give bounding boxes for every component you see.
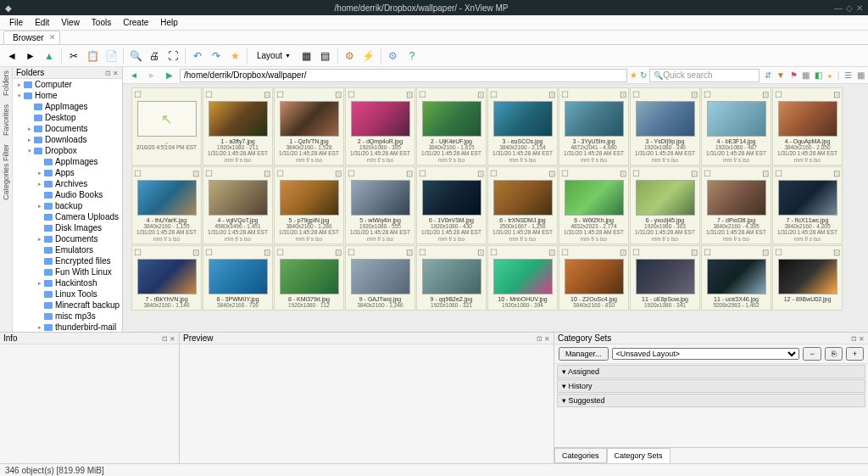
quick-search[interactable]: 🔍 Quick search bbox=[649, 69, 760, 82]
rail-categories-filter[interactable]: Categories Filter bbox=[2, 144, 10, 200]
menu-tools[interactable]: Tools bbox=[86, 18, 117, 27]
tree-computer[interactable]: ▸Computer bbox=[13, 79, 122, 90]
parent-folder[interactable]: ☐↖..2/16/20 4:53:04 PM EST bbox=[131, 87, 202, 165]
thumb-size-icon[interactable]: ◧ bbox=[815, 70, 822, 80]
thumb-item[interactable]: ☐⊡4 - bE3F14.jpg1920x1080 - 4871/31/20 1… bbox=[701, 87, 771, 165]
tree-minecraft-backup[interactable]: Minecraft backup bbox=[13, 300, 122, 311]
tree-appimages[interactable]: AppImages bbox=[13, 101, 122, 112]
back-icon[interactable]: ◄ bbox=[3, 48, 20, 64]
thumb-item[interactable]: ☐⊡5 - wIWq4In.jpg1920x1080 - 5551/31/20 … bbox=[345, 166, 415, 244]
tab-close-icon[interactable]: ✕ bbox=[49, 33, 56, 42]
fav-icon[interactable]: ★ bbox=[630, 70, 637, 80]
rail-folders[interactable]: Folders bbox=[2, 70, 10, 96]
tree-downloads[interactable]: ▸Downloads bbox=[13, 134, 122, 145]
thumb-item[interactable]: ☐⊡7 - rBkYhVN.jpg3840x2160 - 1,146 bbox=[131, 245, 202, 311]
tree-apps[interactable]: ▸Apps bbox=[13, 167, 122, 178]
thumb-item[interactable]: ☐⊡5 - p79gpIN.jpg3840x2160 - 1,2861/31/2… bbox=[274, 166, 344, 244]
minimize-icon[interactable]: — bbox=[834, 3, 843, 13]
fullscreen-icon[interactable]: ⛶ bbox=[164, 48, 181, 64]
thumb-item[interactable]: ☐⊡4 - vglVQoT.jpg4980x3496 - 1,4511/31/2… bbox=[203, 166, 273, 244]
settings-icon[interactable]: ⚙ bbox=[385, 48, 402, 64]
tree-desktop[interactable]: Desktop bbox=[13, 112, 122, 123]
thumb-item[interactable]: ☐⊡9 - qq9B2eZ.jpg1920x1080 - 321 bbox=[416, 245, 487, 311]
thumb-item[interactable]: ☐⊡2 - UjK4eUF.jpg3840x2160 - 1,6151/31/2… bbox=[416, 87, 487, 165]
tree-archives[interactable]: ▸Archives bbox=[13, 178, 122, 189]
close-icon[interactable]: ✕ bbox=[856, 3, 863, 13]
cat-sec-assigned[interactable]: ▾ Assigned bbox=[557, 365, 865, 378]
menu-create[interactable]: Create bbox=[117, 18, 154, 27]
convert-icon[interactable]: ⚙ bbox=[342, 48, 359, 64]
menu-edit[interactable]: Edit bbox=[29, 18, 55, 27]
dup-layout-button[interactable]: ⎘ bbox=[825, 347, 843, 361]
thumb-item[interactable]: ☐⊡1 - QzIVTN.jpg3840x2160 - 1,5281/31/20… bbox=[274, 87, 344, 165]
tab-browser[interactable]: Browser ✕ bbox=[3, 31, 60, 44]
tag2-icon[interactable]: ⬥ bbox=[827, 70, 832, 80]
path-field[interactable]: /home/derrik/Dropbox/wallpaper/ bbox=[180, 69, 627, 82]
thumb-item[interactable]: ☐⊡6 - yxodj45.jpg1920x1080 - 3031/31/20 … bbox=[630, 166, 700, 244]
tab-categories[interactable]: Categories bbox=[554, 448, 607, 463]
rotate-right-icon[interactable]: ↷ bbox=[208, 48, 225, 64]
tag-icon[interactable]: ⚑ bbox=[790, 70, 798, 80]
thumb-item[interactable]: ☐⊡11 - uce3X46.jpg5208x2983 - 1,462 bbox=[701, 245, 771, 311]
rotate-left-icon[interactable]: ↶ bbox=[189, 48, 206, 64]
add-layout-button[interactable]: + bbox=[846, 347, 864, 361]
up-icon[interactable]: ▲ bbox=[41, 48, 58, 64]
thumb-item[interactable]: ☐⊡3 - 3YyU5Im.jpg4872x2041 - 4,6801/31/2… bbox=[559, 87, 629, 165]
thumb-item[interactable]: ☐⊡6 - W6fZKh.jpg4832x2023 - 2,7741/31/20… bbox=[559, 166, 629, 244]
cat-sec-history[interactable]: ▾ History bbox=[557, 379, 865, 393]
pin-icon[interactable]: ⊡ bbox=[851, 335, 857, 343]
view-grid-icon[interactable]: ▦ bbox=[857, 70, 865, 80]
batch-icon[interactable]: ⚡ bbox=[360, 48, 377, 64]
star-icon[interactable]: ★ bbox=[226, 48, 243, 64]
thumb-item[interactable]: ☐⊡2 - dQmp4oR.jpg1920x1080 - 3051/31/20 … bbox=[345, 87, 415, 165]
tree-encrypted-files[interactable]: Encrypted files bbox=[13, 255, 122, 266]
help-icon[interactable]: ? bbox=[403, 48, 420, 64]
maximize-icon[interactable]: ◇ bbox=[846, 3, 853, 13]
cut-icon[interactable]: ✂ bbox=[65, 48, 82, 64]
manager-button[interactable]: Manager... bbox=[559, 347, 609, 361]
view-thumb-icon[interactable]: ▤ bbox=[317, 48, 334, 64]
paste-icon[interactable]: 📄 bbox=[103, 48, 120, 64]
thumb-item[interactable]: ☐⊡1 - a3fty7.jpg1920x1080 - 2111/31/20 1… bbox=[203, 87, 273, 165]
menu-file[interactable]: File bbox=[3, 18, 29, 27]
thumb-item[interactable]: ☐⊡8 - 3PWMIIY.jpg3840x2160 - 726 bbox=[203, 245, 273, 311]
remove-layout-button[interactable]: − bbox=[803, 347, 821, 361]
nav-fwd-icon[interactable]: ► bbox=[144, 69, 159, 82]
tree-misc-mp3s[interactable]: misc mp3s bbox=[13, 311, 122, 322]
sort-icon[interactable]: ⇵ bbox=[765, 70, 771, 80]
thumb-item[interactable]: ☐⊡6 - trXNSDMJ.jpg2500x1667 - 1,2581/31/… bbox=[487, 166, 558, 244]
tree-appimages[interactable]: AppImages bbox=[13, 156, 122, 167]
thumb-item[interactable]: ☐⊡7 - dPxd3tI.jpg3840x2160 - 4,3951/31/2… bbox=[701, 166, 771, 244]
thumb-item[interactable]: ☐⊡3 - euSCOs.jpg3840x2160 - 2,1541/31/20… bbox=[487, 87, 558, 165]
tree-documents[interactable]: ▸Documents bbox=[13, 123, 122, 134]
thumb-item[interactable]: ☐⊡4 - thUYarK.jpg3840x2160 - 1,1551/31/2… bbox=[131, 166, 202, 244]
app-menu-icon[interactable]: ◆ bbox=[5, 3, 12, 13]
thumb-item[interactable]: ☐⊡10 - MnbOHUV.jpg1920x1080 - 394 bbox=[487, 245, 558, 311]
pin-icon[interactable]: ⊡ bbox=[105, 70, 111, 77]
tree-hackintosh[interactable]: ▸Hackintosh bbox=[13, 277, 122, 288]
menu-help[interactable]: Help bbox=[154, 18, 184, 27]
thumb-item[interactable]: ☐⊡10 - Z2OuSc4.jpg3840x2160 - 810 bbox=[559, 245, 629, 311]
pin-icon[interactable]: ⊡ bbox=[537, 335, 542, 343]
close-pane-icon[interactable]: ✕ bbox=[859, 335, 865, 343]
close-pane-icon[interactable]: ✕ bbox=[113, 70, 119, 77]
nav-up-icon[interactable]: ▶ bbox=[162, 69, 177, 82]
view-details-icon[interactable]: ☰ bbox=[844, 70, 852, 80]
view-list-icon[interactable]: ▦ bbox=[298, 48, 315, 64]
thumb-item[interactable]: ☐⊡11 - oE8pSow.jpg1920x1080 - 341 bbox=[630, 245, 700, 311]
pin-icon[interactable]: ⊡ bbox=[162, 335, 168, 343]
show-icon[interactable]: ▦ bbox=[802, 70, 810, 80]
close-pane-icon[interactable]: ✕ bbox=[170, 335, 175, 343]
tree-linux-tools[interactable]: Linux Tools bbox=[13, 288, 122, 300]
thumb-item[interactable]: ☐⊡12 - 89BwU02.jpg bbox=[772, 245, 843, 311]
thumb-item[interactable]: ☐⊡8 - KMi379d.jpg1920x1080 - 112 bbox=[274, 245, 344, 311]
forward-icon[interactable]: ► bbox=[22, 48, 39, 64]
nav-back-icon[interactable]: ◄ bbox=[126, 69, 142, 82]
thumb-item[interactable]: ☐⊡9 - GAJTwoj.jpg3840x2160 - 1,246 bbox=[345, 245, 415, 311]
tree-thunderbird-mail[interactable]: ▸thunderbird-mail bbox=[13, 322, 122, 332]
tree-backup[interactable]: ▸backup bbox=[13, 200, 122, 211]
thumb-item[interactable]: ☐⊡6 - 1V0nVSM.jpg1920x1080 - 4301/31/20 … bbox=[416, 166, 487, 244]
menu-view[interactable]: View bbox=[55, 18, 86, 27]
zoom-icon[interactable]: 🔍 bbox=[127, 48, 144, 64]
thumb-item[interactable]: ☐⊡3 - YsDIj9p.jpg1920x1080 - 2461/31/20 … bbox=[630, 87, 700, 165]
